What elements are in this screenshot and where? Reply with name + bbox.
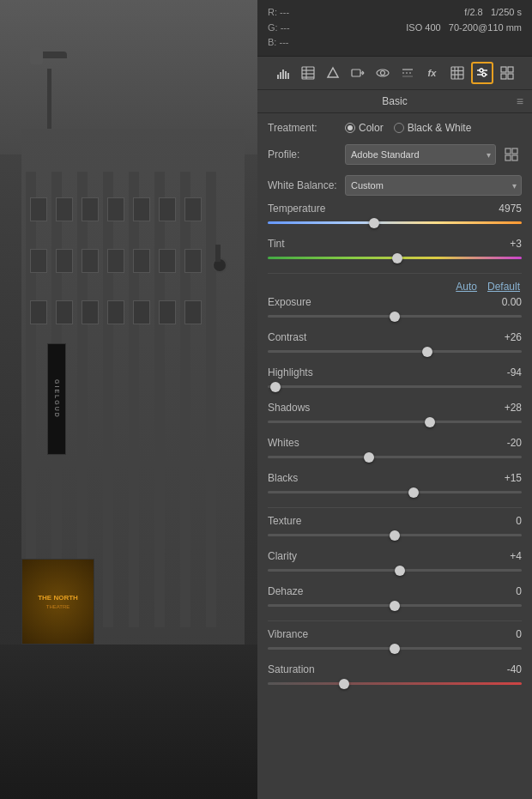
svg-rect-31	[501, 74, 506, 79]
temperature-value: 4975	[499, 203, 522, 215]
saturation-thumb[interactable]	[339, 679, 349, 689]
white-balance-select-wrap[interactable]: As Shot Auto Daylight Cloudy Shade Tungs…	[345, 175, 522, 196]
saturation-label: Saturation	[268, 663, 315, 675]
tint-slider-row: Tint +3	[268, 238, 522, 264]
shutter: 1/250 s	[491, 7, 522, 17]
spot-heal-btn[interactable]	[347, 62, 369, 84]
shadows-thumb[interactable]	[425, 417, 435, 427]
exposure-slider[interactable]	[268, 311, 522, 323]
redeye-btn[interactable]	[372, 62, 394, 84]
iso: ISO 400	[406, 22, 440, 33]
blacks-slider-row: Blacks +15	[268, 472, 522, 499]
texture-slider-row: Texture 0	[268, 515, 522, 542]
contrast-slider[interactable]	[268, 346, 522, 358]
svg-rect-2	[282, 70, 284, 79]
vibrance-slider-row: Vibrance 0	[268, 628, 522, 655]
color-mixer-btn[interactable]	[446, 62, 469, 84]
svg-rect-1	[280, 72, 281, 79]
r-label: R:	[268, 7, 277, 17]
treatment-bw-radio[interactable]	[394, 123, 404, 133]
whites-slider[interactable]	[268, 451, 522, 463]
effects-btn[interactable]: fx	[421, 62, 444, 84]
tint-slider[interactable]	[268, 252, 522, 264]
lens: 70-200@110 mm	[449, 22, 522, 33]
clarity-slider-row: Clarity +4	[268, 550, 522, 577]
contrast-label: Contrast	[268, 331, 306, 343]
clarity-track	[268, 569, 522, 572]
texture-value: 0	[516, 515, 522, 527]
highlights-value: -94	[507, 366, 522, 378]
treatment-color-option[interactable]: Color	[345, 122, 384, 134]
saturation-slider[interactable]	[268, 678, 522, 690]
profile-select[interactable]: Adobe Standard Adobe Landscape Adobe Por…	[345, 144, 496, 165]
highlights-slider[interactable]	[268, 381, 522, 393]
g-value: ---	[281, 22, 290, 33]
white-balance-select[interactable]: As Shot Auto Daylight Cloudy Shade Tungs…	[345, 175, 522, 196]
tint-label: Tint	[268, 238, 285, 250]
r-value: ---	[280, 7, 289, 17]
clarity-thumb[interactable]	[395, 566, 405, 576]
highlights-label: Highlights	[268, 366, 313, 378]
saturation-value: -40	[507, 663, 522, 675]
panel-menu-btn[interactable]: ≡	[517, 94, 523, 108]
shadows-slider[interactable]	[268, 416, 522, 428]
treatment-bw-option[interactable]: Black & White	[394, 122, 472, 134]
profile-grid-btn[interactable]	[501, 144, 522, 165]
white-balance-row: White Balance: As Shot Auto Daylight Clo…	[268, 175, 522, 196]
metadata-tool-btn[interactable]	[297, 62, 319, 84]
contrast-track	[268, 350, 522, 353]
dehaze-label: Dehaze	[268, 585, 303, 597]
histogram-tool-btn[interactable]	[272, 62, 294, 84]
svg-rect-30	[508, 67, 513, 72]
right-panel: R: --- G: --- B: --- f/2.8 1/250 s ISO 4…	[257, 0, 532, 799]
temperature-label: Temperature	[268, 203, 325, 215]
shadows-track	[268, 421, 522, 423]
blacks-track	[268, 491, 522, 493]
texture-label: Texture	[268, 515, 301, 527]
whites-slider-row: Whites -20	[268, 437, 522, 463]
svg-rect-36	[512, 155, 517, 160]
dehaze-slider[interactable]	[268, 600, 522, 612]
blacks-slider[interactable]	[268, 487, 522, 499]
temperature-slider[interactable]	[268, 217, 522, 229]
default-btn[interactable]: Default	[487, 281, 520, 293]
graduated-filter-btn[interactable]	[396, 62, 419, 84]
basic-adjustments-btn[interactable]	[471, 62, 493, 84]
clarity-value: +4	[510, 550, 522, 562]
profile-select-wrap[interactable]: Adobe Standard Adobe Landscape Adobe Por…	[345, 144, 496, 165]
exposure-thumb[interactable]	[390, 312, 400, 322]
blacks-thumb[interactable]	[408, 487, 419, 498]
treatment-color-radio[interactable]	[345, 123, 355, 133]
contrast-thumb[interactable]	[422, 347, 432, 357]
saturation-track	[268, 682, 522, 685]
dehaze-thumb[interactable]	[390, 601, 400, 611]
vibrance-slider[interactable]	[268, 643, 522, 655]
dehaze-slider-row: Dehaze 0	[268, 585, 522, 612]
temperature-track	[268, 221, 522, 224]
highlights-thumb[interactable]	[270, 382, 281, 392]
blacks-label: Blacks	[268, 472, 298, 484]
texture-thumb[interactable]	[390, 530, 400, 541]
svg-point-28	[482, 73, 486, 76]
contrast-value: +26	[505, 331, 522, 343]
dehaze-value: 0	[516, 585, 522, 597]
meta-bar: R: --- G: --- B: --- f/2.8 1/250 s ISO 4…	[257, 0, 532, 57]
tint-track	[268, 257, 522, 259]
tint-value: +3	[510, 238, 522, 250]
svg-rect-4	[287, 73, 289, 79]
texture-slider[interactable]	[268, 530, 522, 542]
temperature-thumb[interactable]	[369, 218, 379, 228]
vibrance-thumb[interactable]	[390, 644, 400, 654]
detail-btn[interactable]	[496, 62, 518, 84]
whites-track	[268, 456, 522, 458]
auto-btn[interactable]: Auto	[456, 281, 477, 293]
svg-point-26	[480, 69, 483, 72]
crop-tool-btn[interactable]	[322, 62, 344, 84]
exposure-label: Exposure	[268, 296, 311, 308]
whites-thumb[interactable]	[364, 452, 374, 463]
tint-thumb[interactable]	[392, 253, 402, 263]
g-label: G:	[268, 22, 278, 33]
clarity-slider[interactable]	[268, 565, 522, 577]
saturation-slider-row: Saturation -40	[268, 663, 522, 690]
svg-rect-33	[505, 148, 511, 154]
